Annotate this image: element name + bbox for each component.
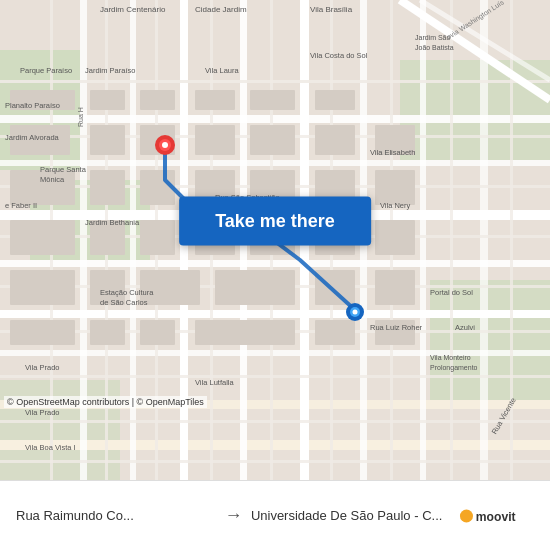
svg-rect-51	[250, 125, 295, 155]
svg-rect-64	[140, 220, 175, 255]
svg-rect-76	[90, 320, 125, 345]
svg-text:Jardim Paraíso: Jardim Paraíso	[85, 66, 135, 75]
svg-rect-28	[0, 375, 550, 378]
svg-rect-46	[140, 90, 175, 110]
svg-rect-20	[420, 0, 426, 480]
svg-point-83	[162, 142, 168, 148]
svg-rect-53	[315, 125, 355, 155]
svg-rect-22	[0, 80, 550, 83]
svg-point-119	[460, 509, 473, 522]
moovit-logo: moovit	[459, 502, 534, 530]
svg-rect-72	[215, 270, 295, 305]
svg-rect-75	[10, 320, 75, 345]
svg-text:Vila Monteiro: Vila Monteiro	[430, 354, 471, 361]
svg-text:Rua Luiz Roher: Rua Luiz Roher	[370, 323, 423, 332]
svg-rect-62	[10, 220, 75, 255]
svg-text:Portal do Sol: Portal do Sol	[430, 288, 473, 297]
svg-text:moovit: moovit	[476, 509, 516, 523]
svg-text:e Faber II: e Faber II	[5, 201, 37, 210]
svg-rect-52	[315, 90, 355, 110]
svg-text:Vila Nery: Vila Nery	[380, 201, 411, 210]
map-container: Jardim Centenário Cidade Jardim Vila Bra…	[0, 0, 550, 480]
svg-rect-5	[0, 380, 120, 480]
svg-text:Parque Santa: Parque Santa	[40, 165, 87, 174]
svg-text:Vila Costa do Sol: Vila Costa do Sol	[310, 51, 368, 60]
svg-text:Planalto Paraíso: Planalto Paraíso	[5, 101, 60, 110]
route-arrow-icon: →	[224, 505, 242, 526]
svg-rect-21	[480, 0, 488, 480]
svg-rect-74	[375, 270, 415, 305]
svg-text:Vila Prado: Vila Prado	[25, 363, 59, 372]
map-attribution: © OpenStreetMap contributors | © OpenMap…	[4, 396, 207, 408]
svg-text:Vila Prado: Vila Prado	[25, 408, 59, 417]
svg-text:Cidade Jardim: Cidade Jardim	[195, 5, 247, 14]
svg-text:de São Carlos: de São Carlos	[100, 298, 148, 307]
svg-text:Vila Laura: Vila Laura	[205, 66, 239, 75]
svg-text:Jardim Bethania: Jardim Bethania	[85, 218, 140, 227]
svg-text:Prolongamento: Prolongamento	[430, 364, 478, 372]
svg-rect-68	[375, 220, 415, 255]
svg-text:Vila Lutfalla: Vila Lutfalla	[195, 378, 234, 387]
route-from-label: Rua Raimundo Co...	[16, 508, 216, 523]
svg-rect-56	[90, 170, 125, 205]
svg-point-86	[353, 310, 358, 315]
svg-rect-50	[250, 90, 295, 110]
svg-text:João Batista: João Batista	[415, 44, 454, 51]
svg-rect-29	[0, 420, 550, 423]
svg-rect-38	[450, 0, 453, 480]
svg-rect-78	[195, 320, 295, 345]
svg-rect-73	[315, 270, 355, 305]
svg-text:Jardim Centenário: Jardim Centenário	[100, 5, 166, 14]
svg-rect-49	[195, 125, 235, 155]
svg-text:Vila Boa Vista I: Vila Boa Vista I	[25, 443, 76, 452]
svg-rect-44	[90, 90, 125, 110]
svg-text:Mônica: Mônica	[40, 175, 65, 184]
take-me-there-button[interactable]: Take me there	[179, 196, 371, 245]
bottom-bar: Rua Raimundo Co... → Universidade De São…	[0, 480, 550, 550]
svg-text:Estação Cultura: Estação Cultura	[100, 288, 154, 297]
svg-rect-79	[315, 320, 355, 345]
svg-rect-30	[0, 460, 550, 463]
svg-text:Vila Brasília: Vila Brasília	[310, 5, 353, 14]
svg-text:Rua H: Rua H	[77, 107, 84, 127]
svg-text:Jardim Alvorada: Jardim Alvorada	[5, 133, 60, 142]
svg-text:Vila Elisabeth: Vila Elisabeth	[370, 148, 415, 157]
svg-rect-77	[140, 320, 175, 345]
svg-rect-48	[195, 90, 235, 110]
route-to-label: Universidade De São Paulo - C...	[251, 508, 451, 523]
svg-rect-4	[430, 280, 550, 400]
svg-rect-61	[375, 170, 415, 205]
svg-text:Parque Paraíso: Parque Paraíso	[20, 66, 72, 75]
svg-rect-45	[90, 125, 125, 155]
svg-text:Azulvi: Azulvi	[455, 323, 475, 332]
svg-rect-69	[10, 270, 75, 305]
